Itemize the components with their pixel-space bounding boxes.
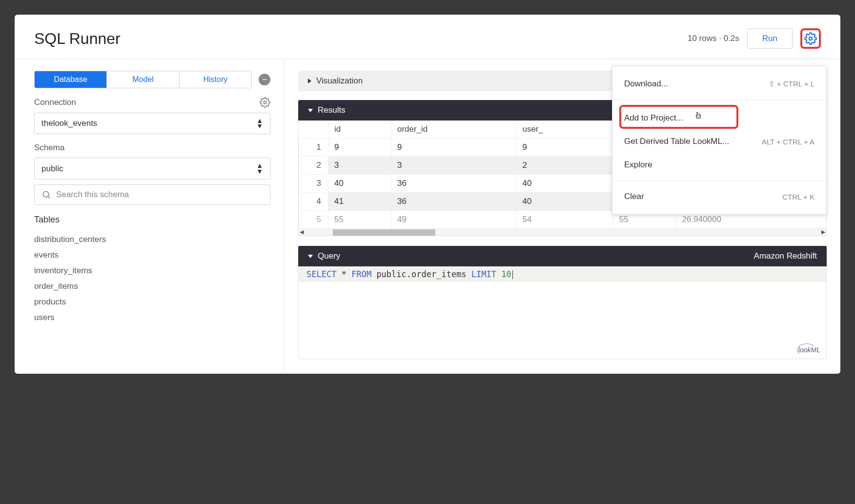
run-button[interactable]: Run xyxy=(747,28,793,49)
query-header[interactable]: Query Amazon Redshift xyxy=(298,246,827,266)
menu-shortcut: ⇧ + CTRL + L xyxy=(769,80,814,88)
search-icon xyxy=(41,190,51,200)
connection-label: Connection xyxy=(34,98,76,107)
column-header[interactable]: user_ xyxy=(516,121,613,139)
sidebar: Database Model History − Connection thel… xyxy=(15,59,285,374)
scroll-left-icon[interactable]: ◀ xyxy=(300,229,304,235)
cell: 41 xyxy=(328,193,391,211)
chevron-down-icon xyxy=(308,255,313,258)
menu-label: Explore xyxy=(624,160,652,170)
cell: 9 xyxy=(328,139,391,157)
tab-model[interactable]: Model xyxy=(107,71,179,88)
connection-settings-icon[interactable] xyxy=(260,97,270,108)
scrollbar-thumb[interactable] xyxy=(333,229,435,236)
horizontal-scrollbar[interactable]: ◀ ▶ xyxy=(299,229,826,236)
menu-download[interactable]: Download... ⇧ + CTRL + L xyxy=(612,72,826,96)
cell: 54 xyxy=(516,211,613,229)
schema-search-input[interactable] xyxy=(56,190,263,200)
text-cursor xyxy=(512,270,513,279)
table-item[interactable]: events xyxy=(34,247,270,263)
sql-keyword: FROM xyxy=(351,269,371,279)
sidebar-tabs-row: Database Model History − xyxy=(34,71,270,88)
schema-select[interactable]: public ▲▼ xyxy=(34,158,270,179)
tab-database[interactable]: Database xyxy=(35,71,107,88)
page-title: SQL Runner xyxy=(34,30,121,48)
menu-label: Download... xyxy=(624,79,668,89)
app-window: SQL Runner 10 rows · 0.2s Run Database M… xyxy=(15,15,840,374)
chevron-down-icon xyxy=(308,109,313,112)
svg-line-3 xyxy=(48,197,50,199)
cell: 3 xyxy=(391,157,516,175)
menu-divider xyxy=(612,181,826,181)
query-label: Query xyxy=(318,251,340,261)
scroll-right-icon[interactable]: ▶ xyxy=(821,229,825,235)
row-number: 1 xyxy=(299,139,328,157)
collapse-icon[interactable]: − xyxy=(259,74,270,85)
row-number: 3 xyxy=(299,175,328,193)
cell: 40 xyxy=(328,175,391,193)
menu-clear[interactable]: Clear CTRL + K xyxy=(612,185,826,208)
schema-value: public xyxy=(41,164,63,174)
gear-button[interactable] xyxy=(800,28,821,49)
cell: 55 xyxy=(328,211,391,229)
cell: 9 xyxy=(516,139,613,157)
cell: 40 xyxy=(516,193,613,211)
visualization-label: Visualization xyxy=(316,76,363,86)
row-number-header xyxy=(299,121,328,139)
sql-editor[interactable]: SELECT * FROM public.order_items LIMIT 1… xyxy=(298,266,827,359)
menu-label: Get Derived Table LookML... xyxy=(624,137,729,146)
sql-token: public.order_items xyxy=(376,269,466,279)
status-text: 10 rows · 0.2s xyxy=(688,34,739,43)
table-item[interactable]: products xyxy=(34,294,270,310)
table-item[interactable]: distribution_centers xyxy=(34,232,270,247)
menu-shortcut: ALT + CTRL + A xyxy=(762,138,814,146)
schema-search[interactable] xyxy=(34,184,270,205)
row-number: 4 xyxy=(299,193,328,211)
pointer-icon xyxy=(693,111,703,123)
menu-explore[interactable]: Explore xyxy=(612,153,826,177)
column-header[interactable]: id xyxy=(328,121,391,139)
menu-shortcut: CTRL + K xyxy=(782,193,814,201)
cell: 2 xyxy=(516,157,613,175)
table-list: distribution_centers events inventory_it… xyxy=(34,232,270,325)
sql-keyword: LIMIT xyxy=(471,269,496,279)
menu-label: Clear xyxy=(624,192,644,202)
menu-add-to-project[interactable]: Add to Project... xyxy=(612,104,826,130)
sql-keyword: SELECT xyxy=(306,269,336,279)
tables-heading: Tables xyxy=(34,215,270,225)
table-item[interactable]: inventory_items xyxy=(34,263,270,279)
sort-icon: ▲▼ xyxy=(256,118,263,129)
header-controls: 10 rows · 0.2s Run xyxy=(688,28,821,49)
header: SQL Runner 10 rows · 0.2s Run xyxy=(15,15,840,59)
sidebar-tab-group: Database Model History xyxy=(34,71,252,88)
cell: 49 xyxy=(391,211,516,229)
sort-icon: ▲▼ xyxy=(256,163,263,174)
schema-label: Schema xyxy=(34,143,64,152)
cell: 36 xyxy=(391,193,516,211)
svg-point-1 xyxy=(264,101,266,104)
column-header[interactable]: order_id xyxy=(391,121,516,139)
svg-point-2 xyxy=(43,191,49,197)
sql-line: SELECT * FROM public.order_items LIMIT 1… xyxy=(299,266,826,282)
gear-dropdown-menu: Download... ⇧ + CTRL + L Add to Project.… xyxy=(612,66,827,215)
connection-select[interactable]: thelook_events ▲▼ xyxy=(34,113,270,134)
cell: 40 xyxy=(516,175,613,193)
menu-derived-table[interactable]: Get Derived Table LookML... ALT + CTRL +… xyxy=(612,130,826,153)
sql-token: * xyxy=(342,269,346,279)
connection-value: thelook_events xyxy=(41,119,97,128)
gear-icon xyxy=(804,32,817,45)
query-engine: Amazon Redshift xyxy=(754,251,817,261)
chevron-right-icon xyxy=(308,79,311,83)
results-label: Results xyxy=(318,105,346,115)
gear-icon xyxy=(260,97,270,108)
menu-label: Add to Project... xyxy=(624,113,683,122)
table-item[interactable]: users xyxy=(34,310,270,325)
cell: 9 xyxy=(391,139,516,157)
sql-number: 10 xyxy=(501,269,511,279)
row-number: 5 xyxy=(299,211,328,229)
tab-history[interactable]: History xyxy=(180,71,251,88)
table-item[interactable]: order_items xyxy=(34,279,270,294)
cell: 36 xyxy=(391,175,516,193)
connection-label-row: Connection xyxy=(34,97,270,108)
cell: 3 xyxy=(328,157,391,175)
